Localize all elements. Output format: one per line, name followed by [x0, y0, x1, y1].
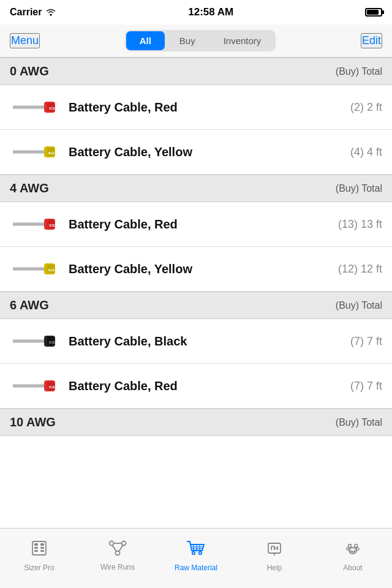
svg-point-55 — [192, 552, 195, 554]
svg-rect-40 — [34, 547, 38, 549]
nav-bar: Menu All Buy Inventory Edit — [0, 24, 392, 58]
svg-rect-42 — [34, 550, 38, 552]
tab-label-sizer-pro: Sizer Pro — [24, 564, 54, 572]
svg-rect-38 — [34, 543, 38, 546]
tab-sizer-pro[interactable]: Sizer Pro — [0, 529, 78, 583]
list-item[interactable]: ICE Battery Cable, Black (7) 7 ft — [0, 319, 392, 364]
svg-text:4GA: 4GA — [48, 151, 55, 155]
status-bar: Carrier 12:58 AM — [0, 0, 392, 24]
tab-wire-runs[interactable]: Wire Runs — [78, 529, 157, 583]
item-qty: (7) 7 ft — [350, 335, 382, 348]
menu-button[interactable]: Menu — [10, 33, 40, 48]
list-item[interactable]: ICE Battery Cable, Red (13) 13 ft — [0, 202, 392, 247]
item-name: Battery Cable, Red — [69, 379, 345, 393]
battery-icon — [365, 8, 382, 17]
section-header-6awg: 6 AWG (Buy) Total — [0, 292, 392, 319]
svg-text:ICE: ICE — [49, 224, 55, 227]
section-title-4awg: 4 AWG — [10, 181, 49, 195]
svg-point-45 — [122, 541, 126, 546]
list-item[interactable]: 4GA Battery Cable, Yellow (4) 4 ft — [0, 130, 392, 175]
tab-raw-material[interactable]: Raw Material — [157, 529, 235, 583]
list-item[interactable]: ICE Battery Cable, Red (7) 7 ft — [0, 364, 392, 409]
cable-image-yellow: 4GA — [10, 255, 59, 282]
content-area: 0 AWG (Buy) Total ICE Battery Cable, Red… — [0, 58, 392, 528]
segmented-control: All Buy Inventory — [125, 30, 276, 51]
status-time: 12:58 AM — [188, 6, 233, 18]
item-name: Battery Cable, Black — [69, 334, 345, 349]
item-name: Battery Cable, Red — [69, 100, 345, 115]
section-title-0awg: 0 AWG — [10, 64, 49, 78]
svg-point-67 — [347, 548, 349, 550]
wire-runs-icon — [108, 540, 127, 560]
section-meta-6awg: (Buy) Total — [336, 300, 382, 311]
wifi-icon — [45, 7, 56, 18]
carrier-info: Carrier — [10, 7, 56, 18]
svg-rect-39 — [40, 543, 44, 546]
svg-point-68 — [356, 548, 359, 550]
svg-text:ICE: ICE — [49, 385, 55, 389]
list-item[interactable]: 4GA Battery Cable, Yellow (12) 12 ft — [0, 247, 392, 292]
svg-line-48 — [112, 545, 116, 552]
seg-all[interactable]: All — [126, 31, 165, 50]
tab-label-wire-runs: Wire Runs — [100, 563, 135, 571]
tab-about[interactable]: About — [314, 529, 392, 583]
svg-point-71 — [354, 550, 356, 552]
section-header-4awg: 4 AWG (Buy) Total — [0, 175, 392, 202]
item-name: Battery Cable, Red — [69, 217, 333, 232]
svg-point-44 — [110, 541, 114, 546]
svg-point-65 — [349, 545, 352, 548]
section-title-6awg: 6 AWG — [10, 298, 49, 312]
tab-label-about: About — [343, 564, 362, 572]
svg-rect-41 — [40, 547, 44, 549]
about-icon — [344, 540, 361, 561]
battery-indicator — [365, 8, 382, 17]
svg-text:4GA: 4GA — [48, 268, 55, 272]
svg-point-66 — [355, 545, 358, 548]
cable-image-red: ICE — [10, 94, 59, 121]
svg-text:ICE: ICE — [49, 107, 55, 110]
item-qty: (2) 2 ft — [350, 101, 382, 114]
svg-point-0 — [50, 13, 52, 15]
cable-image-yellow: 4GA — [10, 138, 59, 165]
tab-label-help: Help — [267, 564, 282, 572]
section-meta-0awg: (Buy) Total — [336, 66, 382, 77]
section-title-10awg: 10 AWG — [10, 415, 56, 429]
svg-point-69 — [350, 550, 352, 552]
list-item[interactable]: ICE Battery Cable, Red (2) 2 ft — [0, 85, 392, 130]
item-qty: (4) 4 ft — [350, 146, 382, 159]
seg-buy[interactable]: Buy — [166, 31, 209, 50]
section-header-0awg: 0 AWG (Buy) Total — [0, 58, 392, 85]
item-name: Battery Cable, Yellow — [69, 145, 345, 159]
section-meta-4awg: (Buy) Total — [336, 183, 382, 194]
seg-inventory[interactable]: Inventory — [210, 31, 275, 50]
svg-point-56 — [199, 552, 202, 554]
help-icon — [266, 540, 283, 561]
item-qty: (7) 7 ft — [350, 380, 382, 393]
cable-image-black: ICE — [10, 328, 59, 355]
section-header-10awg: 10 AWG (Buy) Total — [0, 409, 392, 436]
edit-button[interactable]: Edit — [361, 33, 382, 48]
raw-material-icon — [186, 540, 206, 561]
cable-image-red: ICE — [10, 372, 59, 399]
svg-rect-43 — [40, 550, 44, 552]
tab-label-raw-material: Raw Material — [175, 564, 217, 572]
svg-line-49 — [119, 545, 123, 552]
calculator-icon — [31, 540, 48, 561]
item-qty: (12) 12 ft — [338, 263, 382, 276]
svg-point-70 — [352, 551, 354, 553]
svg-text:ICE: ICE — [49, 341, 55, 344]
section-meta-10awg: (Buy) Total — [336, 417, 382, 428]
tab-bar: Sizer Pro Wire Runs — [0, 528, 392, 588]
cable-image-red: ICE — [10, 211, 59, 238]
tab-help[interactable]: Help — [235, 529, 314, 583]
item-qty: (13) 13 ft — [338, 218, 382, 231]
item-name: Battery Cable, Yellow — [69, 262, 333, 276]
carrier-text: Carrier — [10, 7, 42, 18]
